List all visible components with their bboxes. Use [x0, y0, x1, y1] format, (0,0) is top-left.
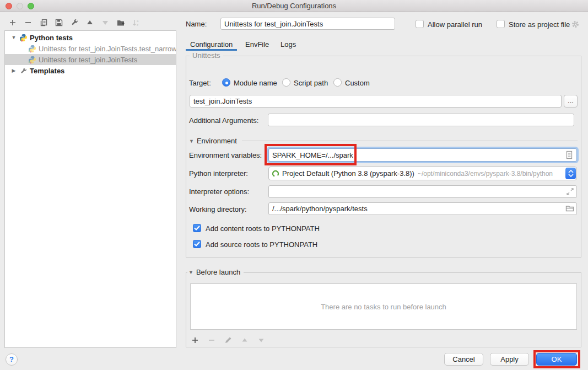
apply-button[interactable]: Apply	[490, 353, 529, 366]
annotation-box-environment-variables	[265, 144, 357, 165]
target-module-name-label: Module name	[234, 79, 277, 87]
edit-templates-wrench-icon[interactable]	[69, 18, 79, 27]
before-launch-empty-text: There are no tasks to run before launch	[321, 303, 446, 311]
cancel-button[interactable]: Cancel	[444, 353, 483, 366]
tab-configuration[interactable]: Configuration	[190, 40, 233, 49]
separator-line	[242, 141, 578, 141]
annotation-box-ok-button	[533, 350, 580, 368]
remove-configuration-icon[interactable]	[23, 18, 33, 27]
new-folder-icon[interactable]	[116, 18, 125, 27]
python-interpreter-label: Python interpreter:	[189, 169, 248, 178]
environment-variables-label: Environment variables:	[189, 151, 262, 159]
tree-item-label: Templates	[30, 67, 64, 75]
allow-parallel-run-checkbox[interactable]	[416, 20, 424, 28]
svg-text:z: z	[137, 23, 138, 26]
target-script-path-radio[interactable]	[282, 78, 290, 87]
python-interpreter-value: Project Default (Python 3.8 (pyspark-3.8…	[282, 169, 414, 178]
svg-text:a: a	[137, 19, 139, 22]
before-launch-section-header[interactable]: ▼ Before launch	[187, 268, 244, 276]
collapse-arrow-icon[interactable]: ▼	[10, 35, 17, 40]
working-directory-input[interactable]	[268, 202, 577, 215]
before-launch-toolbar	[190, 335, 266, 345]
tree-item-unittests-test-narrow[interactable]: Unittests for test_join.JoinTests.test_n…	[5, 43, 176, 54]
environment-section-label: Environment	[197, 137, 237, 145]
python-interpreter-dropdown[interactable]: Project Default (Python 3.8 (pyspark-3.8…	[268, 167, 577, 180]
add-source-roots-label: Add source roots to PYTHONPATH	[206, 240, 317, 249]
before-launch-task-list[interactable]: There are no tasks to run before launch	[190, 283, 577, 330]
name-input[interactable]	[220, 18, 395, 30]
sort-alphabetically-icon: az	[131, 18, 141, 27]
target-custom-label: Custom	[345, 79, 370, 87]
move-task-up-icon	[240, 335, 249, 345]
add-configuration-icon[interactable]	[8, 18, 17, 27]
window-title: Run/Debug Configurations	[0, 2, 588, 10]
title-bar: Run/Debug Configurations	[0, 0, 588, 12]
target-script-path-label: Script path	[294, 79, 328, 87]
active-tab-underline	[186, 49, 237, 51]
configurations-tree: ▼ Python tests Unittests for test_join.J…	[4, 30, 176, 348]
move-up-icon[interactable]	[85, 18, 94, 27]
tree-item-templates[interactable]: ▶ Templates	[5, 65, 176, 76]
interpreter-options-input[interactable]	[268, 185, 577, 198]
target-input[interactable]	[190, 95, 562, 108]
before-launch-section-label: Before launch	[196, 268, 240, 276]
move-down-icon	[100, 18, 110, 27]
target-label: Target:	[189, 79, 211, 87]
target-module-name-radio[interactable]	[222, 78, 230, 87]
copy-configuration-icon[interactable]	[39, 18, 48, 27]
add-source-roots-checkbox[interactable]	[193, 240, 201, 248]
move-task-down-icon	[256, 335, 266, 345]
interpreter-options-label: Interpreter options:	[189, 187, 249, 196]
tree-item-label: Unittests for test_join.JoinTests.test_n…	[39, 45, 176, 53]
allow-parallel-run-label: Allow parallel run	[428, 20, 482, 29]
tab-envfile[interactable]: EnvFile	[245, 40, 269, 49]
environment-section-header[interactable]: ▼ Environment	[189, 137, 578, 145]
python-tests-icon	[19, 34, 28, 42]
tree-item-unittests-jointests-selected[interactable]: Unittests for test_join.JoinTests	[5, 54, 176, 65]
additional-arguments-input[interactable]	[268, 114, 574, 126]
edit-task-pencil-icon	[223, 335, 233, 345]
tab-logs[interactable]: Logs	[280, 40, 296, 49]
gear-icon[interactable]	[571, 20, 580, 30]
python-interpreter-path: ~/opt/miniconda3/envs/pyspark-3.8/bin/py…	[418, 170, 553, 178]
collapse-arrow-icon[interactable]: ▼	[189, 138, 194, 144]
add-content-roots-label: Add content roots to PYTHONPATH	[206, 224, 320, 233]
dropdown-spinner-icon[interactable]	[565, 168, 576, 179]
python-test-config-icon	[28, 45, 36, 53]
templates-wrench-icon	[19, 67, 28, 75]
configurations-toolbar: az	[8, 18, 141, 27]
conda-environment-icon	[272, 170, 279, 178]
name-label: Name:	[186, 20, 207, 28]
unittests-group-label: Unittests	[190, 51, 223, 60]
add-content-roots-checkbox[interactable]	[193, 224, 201, 232]
working-directory-label: Working directory:	[189, 205, 247, 213]
tree-item-label: Python tests	[30, 34, 73, 42]
save-configuration-icon[interactable]	[54, 18, 63, 27]
browse-target-button[interactable]: ...	[564, 95, 578, 108]
expand-arrow-icon[interactable]: ▶	[10, 68, 17, 73]
store-as-project-file-checkbox[interactable]	[497, 20, 505, 28]
add-task-icon[interactable]	[190, 335, 199, 345]
tree-item-label: Unittests for test_join.JoinTests	[39, 56, 137, 64]
target-custom-radio[interactable]	[333, 78, 342, 87]
remove-task-icon	[207, 335, 216, 345]
help-button[interactable]: ?	[6, 353, 18, 366]
tree-item-python-tests[interactable]: ▼ Python tests	[5, 32, 176, 43]
python-test-config-icon	[28, 56, 36, 64]
collapse-arrow-icon[interactable]: ▼	[188, 270, 193, 275]
store-as-project-file-label: Store as project file	[509, 20, 570, 29]
additional-arguments-label: Additional Arguments:	[189, 116, 258, 125]
